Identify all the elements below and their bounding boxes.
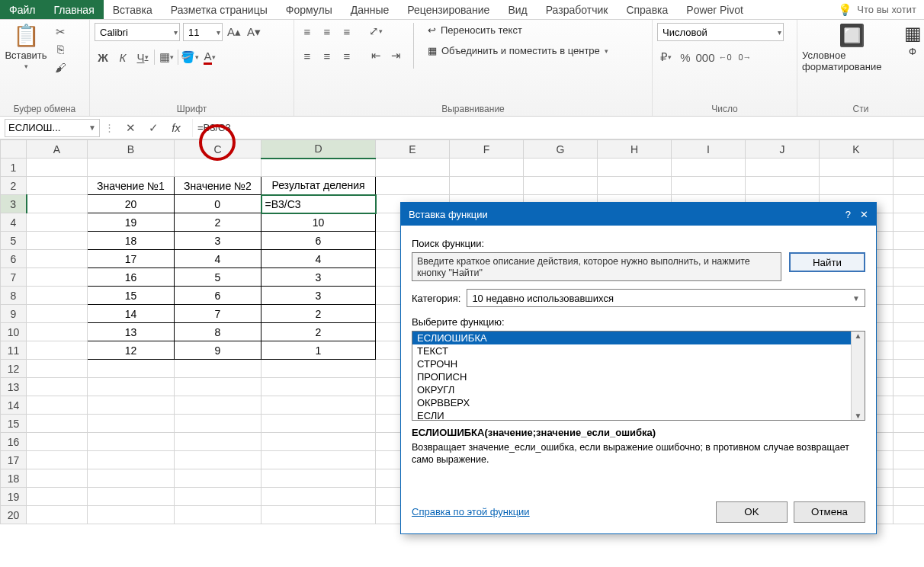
row-header[interactable]: 11 [1,341,27,360]
cell[interactable] [27,232,88,250]
orientation-button[interactable]: ⤢▾ [367,23,384,40]
cell[interactable] [261,488,376,506]
row-header[interactable]: 5 [1,232,27,250]
cell[interactable] [894,488,925,506]
cell[interactable] [27,159,88,177]
font-name-combo[interactable]: Calibri▾ [95,23,180,41]
cell[interactable]: Значение №1 [88,177,175,195]
cell[interactable] [894,506,925,524]
close-icon[interactable]: ✕ [860,209,868,220]
align-right-button[interactable]: ≡ [338,47,355,64]
fill-color-button[interactable]: 🪣▾ [181,49,198,66]
cell[interactable] [524,159,598,177]
cell[interactable] [27,396,88,415]
decrease-font-button[interactable]: A▾ [245,24,262,40]
cell[interactable] [598,177,672,195]
cell[interactable] [894,341,925,360]
cell[interactable]: 20 [88,195,175,213]
tab-data[interactable]: Данные [342,0,399,19]
increase-decimal-button[interactable]: ←0 [717,49,733,66]
cell[interactable] [261,469,376,488]
cell[interactable] [376,159,450,177]
cell[interactable] [27,378,88,396]
cell[interactable] [88,506,175,524]
col-header[interactable]: E [376,140,450,159]
tab-page-layout[interactable]: Разметка страницы [162,0,277,19]
cell[interactable] [27,268,88,287]
row-header[interactable]: 4 [1,213,27,232]
col-header[interactable]: F [450,140,524,159]
cell[interactable] [88,415,175,433]
cell[interactable] [261,506,376,524]
cell[interactable] [450,159,524,177]
cancel-formula-button[interactable]: ✕ [122,120,139,136]
cell[interactable] [88,378,175,396]
cell[interactable] [894,232,925,250]
function-list-item[interactable]: ТЕКСТ [412,344,865,357]
cell[interactable] [894,268,925,287]
cell[interactable] [27,415,88,433]
accept-formula-button[interactable]: ✓ [145,120,162,136]
col-header[interactable]: H [598,140,672,159]
col-header[interactable]: L [894,140,925,159]
cut-button[interactable]: ✂ [52,24,69,40]
col-header[interactable]: C [175,140,261,159]
align-bottom-button[interactable]: ≡ [338,23,355,40]
row-header[interactable]: 2 [1,177,27,195]
cell[interactable] [27,451,88,469]
cell[interactable]: 6 [175,287,261,305]
row-header[interactable]: 15 [1,415,27,433]
cell[interactable] [894,177,925,195]
cell[interactable] [894,451,925,469]
cell[interactable] [27,177,88,195]
cell[interactable] [261,451,376,469]
tab-power-pivot[interactable]: Power Pivot [677,0,752,19]
cell[interactable]: 0 [175,195,261,213]
format-painter-button[interactable]: 🖌 [52,59,69,75]
col-header[interactable]: I [672,140,746,159]
function-listbox[interactable]: ЕСЛИОШИБКАТЕКСТСТРОЧНПРОПИСНОКРУГЛОКРВВЕ… [412,331,865,421]
row-header[interactable]: 20 [1,506,27,524]
cell[interactable] [894,250,925,268]
cell[interactable] [27,488,88,506]
cell[interactable] [27,213,88,232]
increase-font-button[interactable]: A▴ [226,24,242,40]
cell[interactable] [894,469,925,488]
cell[interactable]: 4 [261,250,376,268]
cell[interactable] [261,396,376,415]
tab-formulas[interactable]: Формулы [277,0,342,19]
cell[interactable] [88,488,175,506]
tab-home[interactable]: Главная [44,0,103,19]
col-header[interactable]: K [820,140,894,159]
cell[interactable] [261,378,376,396]
row-header[interactable]: 1 [1,159,27,177]
cell[interactable]: 10 [261,213,376,232]
function-list-item[interactable]: ОКРВВЕРХ [412,396,865,409]
select-all-corner[interactable] [1,140,27,159]
insert-function-button[interactable]: fx [168,120,184,136]
cell[interactable]: Результат деления [261,177,376,195]
tab-developer[interactable]: Разработчик [537,0,618,19]
cell[interactable]: 6 [261,232,376,250]
cell[interactable]: 14 [88,305,175,323]
col-header[interactable]: B [88,140,175,159]
cell[interactable] [894,159,925,177]
format-table-button[interactable]: ▦ Ф [906,23,919,57]
cell[interactable] [894,213,925,232]
row-header[interactable]: 18 [1,469,27,488]
cell[interactable]: 2 [261,323,376,341]
row-header[interactable]: 13 [1,378,27,396]
cell[interactable]: 18 [88,232,175,250]
column-headers[interactable]: A B C D E F G H I J K L M [1,140,925,159]
col-header[interactable]: A [27,140,88,159]
tell-me-search[interactable]: 💡 Что вы хотит [830,0,924,19]
tab-view[interactable]: Вид [499,0,536,19]
cell[interactable]: 2 [261,305,376,323]
number-format-combo[interactable]: Числовой▾ [657,23,784,41]
comma-button[interactable]: 000 [697,49,714,66]
row-header[interactable]: 16 [1,433,27,451]
cell[interactable] [894,378,925,396]
cell[interactable] [175,451,261,469]
cell[interactable] [894,360,925,378]
cell[interactable] [27,195,88,213]
